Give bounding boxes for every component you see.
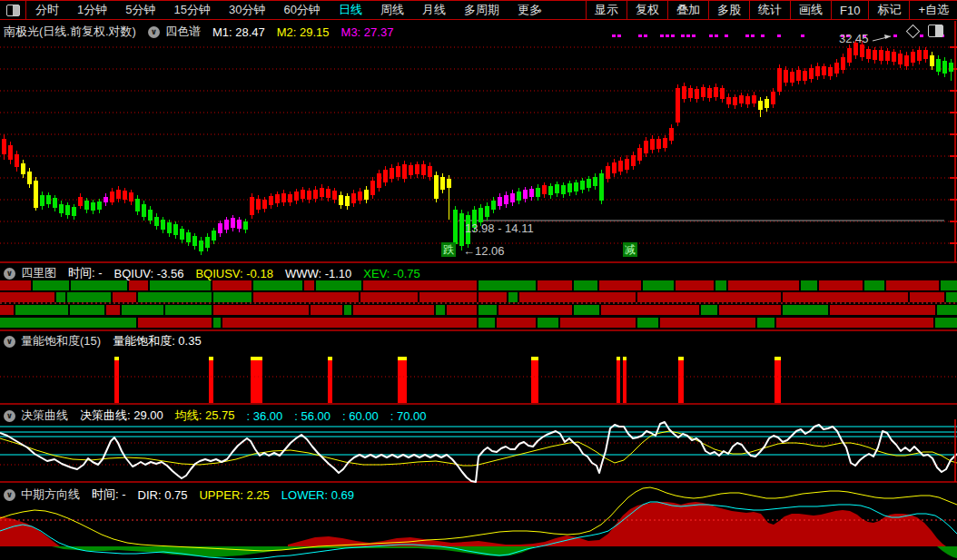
header-token: : 36.00 [247,409,283,423]
toolbar-right-menu: 显示复权叠加多股统计画线F10标记+自选 [586,1,957,19]
volume-saturation-bars [0,357,957,403]
header-token: 中期方向线 [21,486,80,503]
collapse-icon[interactable]: ∨ [4,410,15,422]
period-item[interactable]: 5分钟 [116,2,164,18]
toolbar-button[interactable]: 叠加 [667,1,708,19]
decision-curves [0,419,957,482]
signal-dots [612,34,944,37]
header-token: WWW: -1.10 [285,267,351,280]
trading-terminal: 分时1分钟5分钟15分钟30分钟60分钟日线周线月线多周期更多 › 显示复权叠加… [0,0,957,560]
header-token: : 70.00 [390,409,427,423]
gap-range-label: 13.98 - 14.11 [465,221,534,235]
header-token: M3: 27.37 [341,25,394,39]
period-item[interactable]: 日线 [330,2,371,18]
reduce-signal-badge: 减 [623,242,637,257]
period-item[interactable]: 周线 [371,2,413,18]
diamond-marker-icon[interactable] [906,24,921,38]
header-token: LOWER: 0.69 [281,488,354,502]
period-item[interactable]: 60分钟 [274,2,329,18]
header-token: M2: 29.15 [277,25,330,39]
header-token: BQIUSV: -0.18 [195,267,273,280]
panel3-header: ∨量能饱和度(15)量能饱和度: 0.35 [4,333,213,349]
layout-toggle-button[interactable] [0,1,26,19]
toolbar-button[interactable]: 显示 [586,1,626,19]
peak-price-label: 32.45 [839,32,869,45]
header-token: 时间: - [92,486,126,503]
header-token: 四色谱 [165,24,201,40]
toolbar: 分时1分钟5分钟15分钟30分钟60分钟日线周线月线多周期更多 › 显示复权叠加… [0,0,957,20]
header-token: M1: 28.47 [212,25,265,39]
header-token: : 60.00 [342,409,379,423]
header-token: : 56.00 [294,409,331,423]
split-window-icon [6,5,20,16]
main-chart-header: 南极光(日线.前复权.对数)∨四色谱M1: 28.47M2: 29.15M3: … [4,24,405,40]
collapse-icon[interactable]: ∨ [4,489,15,501]
period-item[interactable]: 多周期 [455,2,508,18]
header-token: 量能饱和度(15) [21,333,101,349]
panel5-header: ∨中期方向线时间: -DIR: 0.75UPPER: 2.25LOWER: 0.… [4,486,366,503]
collapse-icon[interactable]: ∨ [148,26,160,38]
panel2-header: ∨四里图时间: -BQIUV: -3.56BQIUSV: -0.18WWW: -… [4,265,432,281]
header-token: BQIUV: -3.56 [114,267,184,280]
toolbar-button[interactable]: 多股 [708,1,749,19]
panel4-header: ∨决策曲线决策曲线: 29.00均线: 25.75: 36.00: 56.00:… [4,408,439,424]
toolbar-button[interactable]: 标记 [868,1,909,19]
four-color-stripes [0,280,957,328]
period-item[interactable]: 月线 [413,2,455,18]
toolbar-button[interactable]: 统计 [749,1,790,19]
toolbar-button[interactable]: 画线 [790,1,831,19]
toolbar-button[interactable]: F10 [831,1,868,19]
header-token: 决策曲线: 29.00 [80,408,163,424]
header-token: DIR: 0.75 [138,488,188,502]
toolbar-button[interactable]: 复权 [626,1,667,19]
period-item[interactable]: 1分钟 [68,2,116,18]
toolbar-button[interactable]: +自选 [909,1,957,19]
collapse-icon[interactable]: ∨ [4,268,15,280]
chart-corner-tools [908,25,943,37]
instrument-title: 南极光(日线.前复权.对数) [4,24,136,40]
panel-layout-icon[interactable] [928,25,943,37]
header-token: 量能饱和度: 0.35 [113,333,202,349]
low-price-label: ←12.06 [463,244,505,258]
chevron-right-icon: › [536,5,542,15]
header-token: 四里图 [21,265,56,281]
header-token: 均线: 25.75 [175,408,235,424]
period-menu: 分时1分钟5分钟15分钟30分钟60分钟日线周线月线多周期更多 › [26,1,551,19]
header-token: 时间: - [68,265,103,281]
header-token: 决策曲线 [21,408,68,424]
period-item[interactable]: 分时 [26,2,68,18]
header-token: UPPER: 2.25 [199,488,269,502]
collapse-icon[interactable]: ∨ [4,336,15,348]
period-item[interactable]: 15分钟 [164,2,219,18]
fall-signal-badge: 跌 [441,242,456,257]
period-item[interactable]: 更多 › [508,2,551,18]
period-item[interactable]: 30分钟 [220,2,274,18]
header-token: XEV: -0.75 [363,267,419,280]
